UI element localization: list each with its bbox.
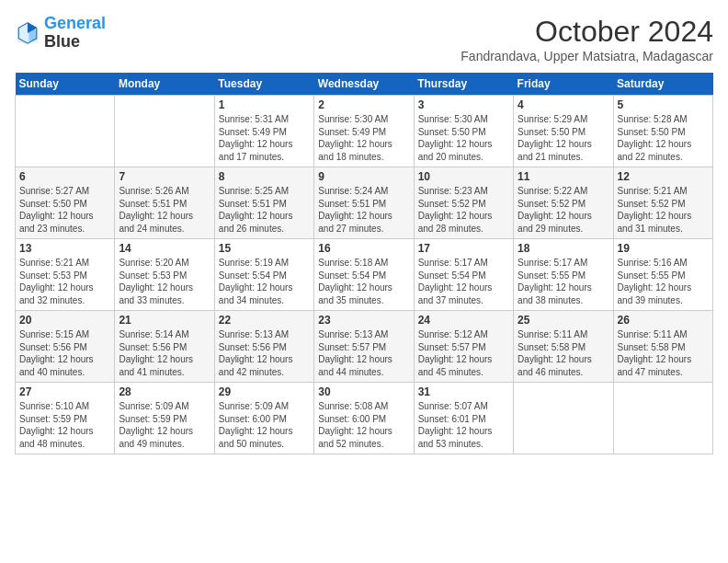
calendar-week: 20Sunrise: 5:15 AM Sunset: 5:56 PM Dayli… (16, 311, 713, 383)
day-info: Sunrise: 5:09 AM Sunset: 5:59 PM Dayligh… (119, 400, 210, 450)
calendar-cell: 8Sunrise: 5:25 AM Sunset: 5:51 PM Daylig… (214, 167, 313, 239)
day-info: Sunrise: 5:19 AM Sunset: 5:54 PM Dayligh… (219, 257, 310, 306)
day-number: 3 (418, 98, 509, 111)
day-number: 6 (19, 170, 110, 183)
day-number: 9 (318, 170, 409, 183)
day-number: 7 (119, 170, 210, 183)
calendar-cell: 27Sunrise: 5:10 AM Sunset: 5:59 PM Dayli… (16, 383, 115, 454)
day-number: 31 (418, 385, 509, 398)
day-number: 26 (618, 314, 709, 327)
day-info: Sunrise: 5:18 AM Sunset: 5:54 PM Dayligh… (318, 257, 409, 306)
day-number: 25 (518, 314, 609, 327)
day-info: Sunrise: 5:29 AM Sunset: 5:50 PM Dayligh… (518, 113, 609, 163)
day-number: 1 (219, 98, 310, 111)
day-header: Sunday (16, 73, 115, 96)
day-number: 17 (418, 242, 509, 255)
title-block: October 2024 Fandrandava, Upper Matsiatr… (461, 15, 713, 63)
day-header: Friday (514, 73, 613, 96)
day-info: Sunrise: 5:20 AM Sunset: 5:53 PM Dayligh… (119, 257, 210, 306)
day-number: 27 (19, 385, 110, 398)
calendar-table: SundayMondayTuesdayWednesdayThursdayFrid… (15, 73, 713, 454)
location-subtitle: Fandrandava, Upper Matsiatra, Madagascar (461, 49, 713, 63)
logo-text: General Blue (44, 15, 106, 52)
day-info: Sunrise: 5:11 AM Sunset: 5:58 PM Dayligh… (518, 328, 609, 378)
calendar-cell: 12Sunrise: 5:21 AM Sunset: 5:52 PM Dayli… (613, 167, 712, 239)
day-info: Sunrise: 5:10 AM Sunset: 5:59 PM Dayligh… (19, 400, 110, 450)
calendar-cell: 1Sunrise: 5:31 AM Sunset: 5:49 PM Daylig… (214, 96, 313, 167)
calendar-cell (514, 383, 613, 454)
calendar-cell: 15Sunrise: 5:19 AM Sunset: 5:54 PM Dayli… (214, 239, 313, 311)
calendar-cell: 10Sunrise: 5:23 AM Sunset: 5:52 PM Dayli… (414, 167, 513, 239)
day-number: 20 (19, 314, 110, 327)
day-number: 29 (219, 385, 310, 398)
day-info: Sunrise: 5:14 AM Sunset: 5:56 PM Dayligh… (119, 328, 210, 378)
day-number: 24 (418, 314, 509, 327)
calendar-cell: 11Sunrise: 5:22 AM Sunset: 5:52 PM Dayli… (514, 167, 613, 239)
calendar-body: 1Sunrise: 5:31 AM Sunset: 5:49 PM Daylig… (16, 96, 713, 454)
calendar-cell: 19Sunrise: 5:16 AM Sunset: 5:55 PM Dayli… (613, 239, 712, 311)
day-number: 28 (119, 385, 210, 398)
day-header: Thursday (414, 73, 513, 96)
day-info: Sunrise: 5:28 AM Sunset: 5:50 PM Dayligh… (618, 113, 709, 163)
calendar-cell: 23Sunrise: 5:13 AM Sunset: 5:57 PM Dayli… (314, 311, 414, 383)
calendar-cell: 4Sunrise: 5:29 AM Sunset: 5:50 PM Daylig… (514, 96, 613, 167)
day-number: 5 (618, 98, 709, 111)
calendar-cell: 17Sunrise: 5:17 AM Sunset: 5:54 PM Dayli… (414, 239, 513, 311)
page-header: General Blue October 2024 Fandrandava, U… (15, 15, 713, 63)
calendar-cell: 20Sunrise: 5:15 AM Sunset: 5:56 PM Dayli… (16, 311, 115, 383)
day-number: 4 (518, 98, 609, 111)
day-number: 16 (318, 242, 409, 255)
day-number: 15 (219, 242, 310, 255)
day-info: Sunrise: 5:13 AM Sunset: 5:56 PM Dayligh… (219, 328, 310, 378)
calendar-cell: 14Sunrise: 5:20 AM Sunset: 5:53 PM Dayli… (115, 239, 214, 311)
day-info: Sunrise: 5:17 AM Sunset: 5:55 PM Dayligh… (518, 257, 609, 306)
logo: General Blue (15, 15, 106, 52)
calendar-cell: 6Sunrise: 5:27 AM Sunset: 5:50 PM Daylig… (16, 167, 115, 239)
day-info: Sunrise: 5:26 AM Sunset: 5:51 PM Dayligh… (119, 185, 210, 235)
day-number: 2 (318, 98, 409, 111)
day-info: Sunrise: 5:08 AM Sunset: 6:00 PM Dayligh… (318, 400, 409, 450)
calendar-week: 1Sunrise: 5:31 AM Sunset: 5:49 PM Daylig… (16, 96, 713, 167)
calendar-cell: 2Sunrise: 5:30 AM Sunset: 5:49 PM Daylig… (314, 96, 414, 167)
day-info: Sunrise: 5:15 AM Sunset: 5:56 PM Dayligh… (19, 328, 110, 378)
calendar-cell: 21Sunrise: 5:14 AM Sunset: 5:56 PM Dayli… (115, 311, 214, 383)
day-number: 12 (618, 170, 709, 183)
day-info: Sunrise: 5:12 AM Sunset: 5:57 PM Dayligh… (418, 328, 509, 378)
calendar-cell (16, 96, 115, 167)
day-number: 23 (318, 314, 409, 327)
calendar-cell: 22Sunrise: 5:13 AM Sunset: 5:56 PM Dayli… (214, 311, 313, 383)
day-info: Sunrise: 5:21 AM Sunset: 5:53 PM Dayligh… (19, 257, 110, 306)
calendar-cell: 26Sunrise: 5:11 AM Sunset: 5:58 PM Dayli… (613, 311, 712, 383)
day-info: Sunrise: 5:30 AM Sunset: 5:50 PM Dayligh… (418, 113, 509, 163)
day-header: Tuesday (214, 73, 313, 96)
day-number: 21 (119, 314, 210, 327)
day-info: Sunrise: 5:13 AM Sunset: 5:57 PM Dayligh… (318, 328, 409, 378)
day-info: Sunrise: 5:09 AM Sunset: 6:00 PM Dayligh… (219, 400, 310, 450)
day-number: 19 (618, 242, 709, 255)
calendar-cell: 13Sunrise: 5:21 AM Sunset: 5:53 PM Dayli… (16, 239, 115, 311)
calendar-week: 6Sunrise: 5:27 AM Sunset: 5:50 PM Daylig… (16, 167, 713, 239)
calendar-cell: 25Sunrise: 5:11 AM Sunset: 5:58 PM Dayli… (514, 311, 613, 383)
calendar-cell: 31Sunrise: 5:07 AM Sunset: 6:01 PM Dayli… (414, 383, 513, 454)
day-header: Saturday (613, 73, 712, 96)
calendar-header: SundayMondayTuesdayWednesdayThursdayFrid… (16, 73, 713, 96)
day-info: Sunrise: 5:16 AM Sunset: 5:55 PM Dayligh… (618, 257, 709, 306)
day-info: Sunrise: 5:22 AM Sunset: 5:52 PM Dayligh… (518, 185, 609, 235)
day-info: Sunrise: 5:23 AM Sunset: 5:52 PM Dayligh… (418, 185, 509, 235)
day-number: 30 (318, 385, 409, 398)
month-title: October 2024 (461, 15, 713, 49)
day-header: Wednesday (314, 73, 414, 96)
day-number: 11 (518, 170, 609, 183)
day-info: Sunrise: 5:30 AM Sunset: 5:49 PM Dayligh… (318, 113, 409, 163)
calendar-cell: 30Sunrise: 5:08 AM Sunset: 6:00 PM Dayli… (314, 383, 414, 454)
calendar-cell: 16Sunrise: 5:18 AM Sunset: 5:54 PM Dayli… (314, 239, 414, 311)
logo-icon (15, 20, 40, 46)
calendar-week: 13Sunrise: 5:21 AM Sunset: 5:53 PM Dayli… (16, 239, 713, 311)
calendar-cell (613, 383, 712, 454)
day-info: Sunrise: 5:21 AM Sunset: 5:52 PM Dayligh… (618, 185, 709, 235)
calendar-cell: 29Sunrise: 5:09 AM Sunset: 6:00 PM Dayli… (214, 383, 313, 454)
calendar-cell: 3Sunrise: 5:30 AM Sunset: 5:50 PM Daylig… (414, 96, 513, 167)
day-info: Sunrise: 5:31 AM Sunset: 5:49 PM Dayligh… (219, 113, 310, 163)
day-number: 14 (119, 242, 210, 255)
day-number: 10 (418, 170, 509, 183)
